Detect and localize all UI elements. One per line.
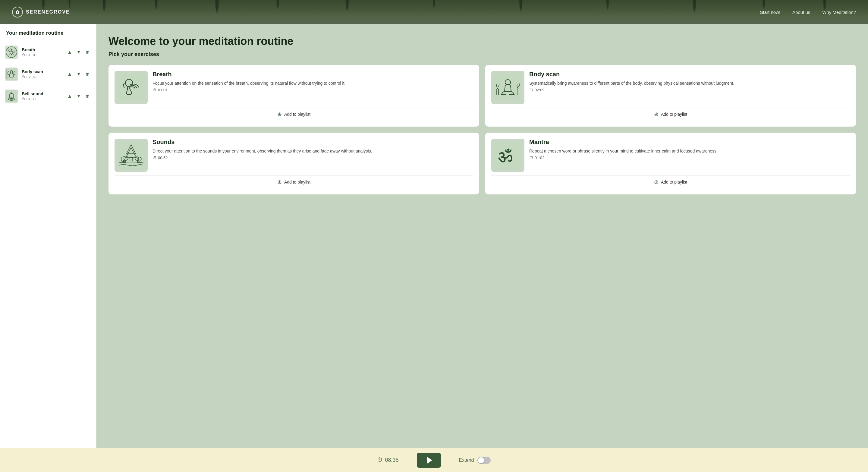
clock-icon-bell: ⏱: [22, 97, 25, 101]
main-layout: Your meditation routine Breath ⏱ 01:01: [0, 24, 868, 448]
exercise-desc-sounds: Direct your attention to the sounds in y…: [153, 148, 372, 154]
exercise-text-bodyscan: Body scan Systematically bring awareness…: [529, 71, 734, 92]
add-to-playlist-mantra[interactable]: ⊕ Add to playlist: [491, 176, 850, 188]
exercise-name-mantra: Mantra: [529, 139, 718, 146]
footer-clock-icon: ⏱: [377, 457, 383, 463]
playlist-item-info-bell: Bell sound ⏱ 01:00: [22, 91, 62, 101]
exercise-desc-breath: Focus your attention on the sensation of…: [153, 80, 345, 87]
exercise-img-sounds: [115, 139, 148, 172]
clock-icon4: ⏱: [529, 156, 533, 160]
clock-icon: ⏱: [153, 88, 156, 92]
exercise-card-top-sounds: Sounds Direct your attention to the soun…: [115, 139, 473, 172]
exercise-time-sounds: ⏱ 00:52: [153, 154, 372, 160]
extend-label: Extend: [459, 458, 474, 463]
playlist-item-name-breath: Breath: [22, 47, 62, 52]
exercise-time-mantra: ⏱ 01:02: [529, 154, 718, 160]
playlist-item-bell: Bell sound ⏱ 01:00 ▲ ▼ 🗑: [0, 85, 96, 107]
exercise-card-sounds: Sounds Direct your attention to the soun…: [108, 133, 479, 194]
playlist-controls-bell: ▲ ▼ 🗑: [66, 92, 91, 100]
clock-icon3: ⏱: [153, 156, 156, 160]
play-icon: [427, 457, 432, 464]
svg-point-0: [6, 47, 17, 58]
playlist-item-name-bell: Bell sound: [22, 91, 62, 96]
sidebar-title: Your meditation routine: [0, 24, 96, 41]
logo-text: SERENEGROVE: [26, 9, 70, 15]
delete-bodyscan[interactable]: 🗑: [84, 70, 91, 78]
playlist-controls-breath: ▲ ▼ 🗑: [66, 48, 91, 56]
move-up-bell[interactable]: ▲: [66, 92, 73, 100]
exercise-desc-mantra: Repeat a chosen word or phrase silently …: [529, 148, 718, 154]
exercise-card-breath: Breath Focus your attention on the sensa…: [108, 65, 479, 127]
exercise-card-top-mantra: ॐ Mantra Repeat a chosen word or phrase …: [491, 139, 850, 172]
playlist-item-time-bodyscan: ⏱ 02:09: [22, 75, 62, 79]
svg-rect-2: [5, 68, 18, 80]
header: ✿ SERENEGROVE Start now! About us Why Me…: [0, 0, 868, 24]
add-to-playlist-breath[interactable]: ⊕ Add to playlist: [115, 107, 473, 121]
exercise-text-sounds: Sounds Direct your attention to the soun…: [153, 139, 372, 160]
delete-breath[interactable]: 🗑: [84, 48, 91, 56]
play-button[interactable]: [417, 453, 441, 468]
playlist-item-name-bodyscan: Body scan: [22, 69, 62, 74]
page-title: Welcome to your meditation routine: [108, 35, 856, 48]
exercise-text-mantra: Mantra Repeat a chosen word or phrase si…: [529, 139, 718, 160]
exercise-card-bodyscan: Body scan Systematically bring awareness…: [485, 65, 856, 127]
logo: ✿ SERENEGROVE: [12, 7, 70, 18]
playlist-item-time-bell: ⏱ 01:00: [22, 97, 62, 101]
main-content: Welcome to your meditation routine Pick …: [96, 24, 868, 448]
exercise-name-bodyscan: Body scan: [529, 71, 734, 78]
toggle-knob: [478, 457, 484, 463]
playlist-item-info-breath: Breath ⏱ 01:01: [22, 47, 62, 57]
move-down-bodyscan[interactable]: ▼: [75, 70, 82, 78]
playlist-item-icon-bell: [5, 90, 18, 103]
add-to-playlist-bodyscan[interactable]: ⊕ Add to playlist: [491, 107, 850, 121]
nav-start-now[interactable]: Start now!: [760, 10, 781, 15]
pick-exercises-label: Pick your exercises: [108, 51, 856, 58]
delete-bell[interactable]: 🗑: [84, 92, 91, 100]
extend-section: Extend: [459, 457, 491, 464]
exercise-name-breath: Breath: [153, 71, 345, 78]
exercise-card-mantra: ॐ Mantra Repeat a chosen word or phrase …: [485, 133, 856, 194]
playlist-item-bodyscan: Body scan ⏱ 02:09 ▲ ▼ 🗑: [0, 63, 96, 85]
move-down-breath[interactable]: ▼: [75, 48, 82, 56]
extend-toggle[interactable]: [477, 457, 491, 464]
svg-text:ॐ: ॐ: [498, 147, 513, 166]
exercise-card-top-breath: Breath Focus your attention on the sensa…: [115, 71, 473, 104]
nav: Start now! About us Why Meditation?: [760, 10, 856, 15]
exercise-img-mantra: ॐ: [491, 139, 524, 172]
exercise-img-bodyscan: [491, 71, 524, 104]
exercise-desc-bodyscan: Systematically bring awareness to differ…: [529, 80, 734, 87]
footer-player: ⏱ 08:35 Extend: [0, 448, 868, 472]
move-down-bell[interactable]: ▼: [75, 92, 82, 100]
move-up-bodyscan[interactable]: ▲: [66, 70, 73, 78]
nav-why-meditation[interactable]: Why Meditation?: [822, 10, 856, 15]
move-up-breath[interactable]: ▲: [66, 48, 73, 56]
sidebar: Your meditation routine Breath ⏱ 01:01: [0, 24, 96, 448]
exercise-img-breath: [115, 71, 148, 104]
clock-icon-breath: ⏱: [22, 53, 25, 57]
nav-about-us[interactable]: About us: [792, 10, 810, 15]
svg-rect-14: [118, 74, 145, 101]
exercise-card-top-bodyscan: Body scan Systematically bring awareness…: [491, 71, 850, 104]
exercise-time-bodyscan: ⏱ 02:09: [529, 87, 734, 92]
playlist-controls-bodyscan: ▲ ▼ 🗑: [66, 70, 91, 78]
playlist-item-icon-breath: [5, 45, 18, 59]
exercise-text-breath: Breath Focus your attention on the sensa…: [153, 71, 345, 92]
playlist-item-icon-bodyscan: [5, 67, 18, 81]
playlist-item-breath: Breath ⏱ 01:01 ▲ ▼ 🗑: [0, 41, 96, 63]
header-trees: [0, 0, 868, 24]
clock-icon2: ⏱: [529, 88, 533, 92]
clock-icon-bodyscan: ⏱: [22, 75, 25, 79]
add-to-playlist-sounds[interactable]: ⊕ Add to playlist: [115, 176, 473, 188]
exercise-time-breath: ⏱ 01:01: [153, 87, 345, 92]
playlist-item-info-bodyscan: Body scan ⏱ 02:09: [22, 69, 62, 79]
exercise-name-sounds: Sounds: [153, 139, 372, 146]
exercises-grid: Breath Focus your attention on the sensa…: [108, 65, 856, 194]
playlist-item-time-breath: ⏱ 01:01: [22, 53, 62, 57]
footer-total-time: ⏱ 08:35: [377, 457, 399, 463]
logo-icon: ✿: [12, 7, 23, 18]
